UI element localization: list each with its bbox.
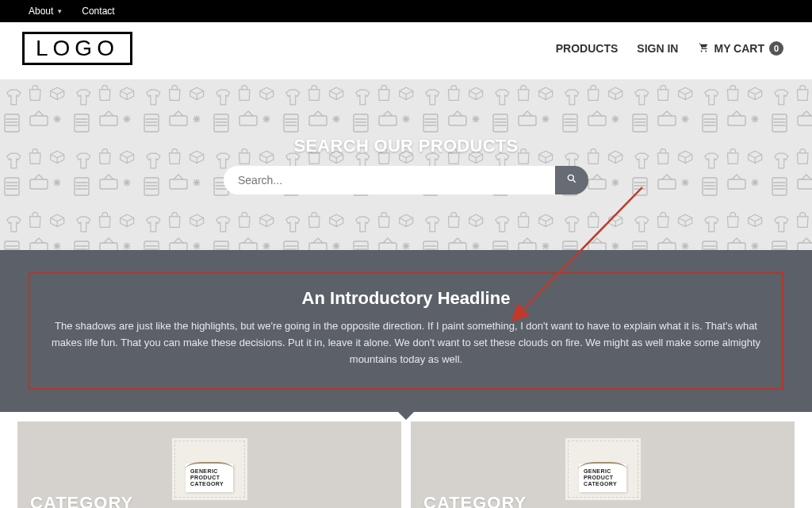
category-card[interactable]: GENERIC PRODUCT CATEGORY CATEGORY xyxy=(411,421,795,508)
category-label: CATEGORY xyxy=(30,493,133,508)
product-tag-line: CATEGORY xyxy=(584,481,622,487)
cart-count-badge: 0 xyxy=(769,41,783,56)
product-mock-image: GENERIC PRODUCT CATEGORY xyxy=(565,438,641,500)
search-button[interactable] xyxy=(555,166,588,194)
twine-decoration-icon xyxy=(185,462,234,470)
chevron-down-icon: ▼ xyxy=(56,8,63,15)
search-form xyxy=(224,166,588,194)
hero-content: SEARCH OUR PRODUCTS xyxy=(224,136,588,194)
utility-topbar: About ▼ Contact xyxy=(0,0,812,22)
nav-signin-link[interactable]: SIGN IN xyxy=(637,42,678,55)
product-tag-line: CATEGORY xyxy=(190,481,228,487)
category-row: GENERIC PRODUCT CATEGORY CATEGORY GENERI… xyxy=(0,412,812,508)
svg-point-9 xyxy=(568,175,573,180)
search-input[interactable] xyxy=(224,166,555,194)
nav-cart-link[interactable]: MY CART 0 xyxy=(697,41,783,56)
cart-icon xyxy=(697,41,709,56)
site-logo[interactable]: LOGO xyxy=(22,32,132,65)
nav-products-link[interactable]: PRODUCTS xyxy=(556,42,619,55)
primary-nav: PRODUCTS SIGN IN MY CART 0 xyxy=(556,41,783,56)
nav-signin-label: SIGN IN xyxy=(637,42,678,55)
site-header: LOGO PRODUCTS SIGN IN MY CART 0 xyxy=(0,22,812,79)
category-card[interactable]: GENERIC PRODUCT CATEGORY CATEGORY xyxy=(17,421,401,508)
topbar-contact-link[interactable]: Contact xyxy=(82,6,114,17)
twine-decoration-icon xyxy=(578,462,627,470)
intro-section: An Introductory Headline The shadows are… xyxy=(0,250,812,412)
product-tag-line: PRODUCT xyxy=(190,475,228,481)
logo-text: LOGO xyxy=(36,36,119,60)
hero-section: SEARCH OUR PRODUCTS xyxy=(0,79,812,250)
svg-point-0 xyxy=(701,51,703,52)
product-tag-line: PRODUCT xyxy=(584,475,622,481)
search-icon xyxy=(566,173,577,187)
svg-line-10 xyxy=(573,180,576,183)
product-mock-image: GENERIC PRODUCT CATEGORY xyxy=(172,438,247,500)
svg-point-1 xyxy=(706,51,707,52)
topbar-contact-label: Contact xyxy=(82,6,114,17)
intro-body-text: The shadows are just like the highlights… xyxy=(46,318,766,368)
topbar-about-link[interactable]: About ▼ xyxy=(29,6,63,17)
topbar-about-label: About xyxy=(29,6,53,17)
hero-title: SEARCH OUR PRODUCTS xyxy=(224,136,588,156)
intro-headline: An Introductory Headline xyxy=(46,288,766,309)
intro-highlighted-box: An Introductory Headline The shadows are… xyxy=(29,272,783,390)
category-label: CATEGORY xyxy=(423,493,527,508)
nav-cart-label: MY CART xyxy=(714,42,764,55)
nav-products-label: PRODUCTS xyxy=(556,42,619,55)
intro-pointer-icon xyxy=(398,412,414,420)
